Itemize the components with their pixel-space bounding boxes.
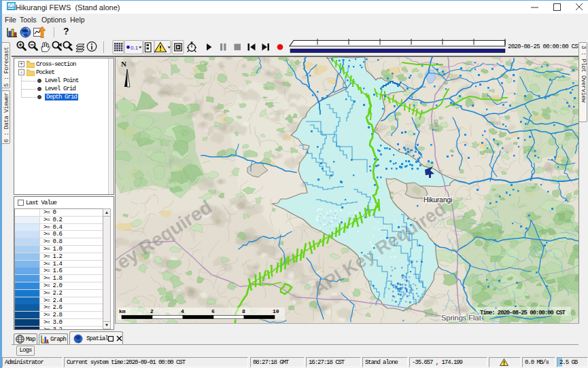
svg-text:Hikurangi: Hikurangi xyxy=(423,196,452,204)
svg-text:6: 6 xyxy=(211,308,215,314)
svg-text:km: km xyxy=(119,308,126,314)
svg-text:0.1: 0.1 xyxy=(131,45,139,51)
svg-text:8: 8 xyxy=(242,308,245,314)
svg-text:4: 4 xyxy=(181,308,184,314)
svg-text:10: 10 xyxy=(273,308,279,314)
svg-text:2: 2 xyxy=(150,308,154,314)
svg-text:N: N xyxy=(121,60,126,68)
svg-text:Springs Flat: Springs Flat xyxy=(441,314,481,322)
svg-text:Time: 2020-08-25 00:00:00 CST: Time: 2020-08-25 00:00:00 CST xyxy=(480,310,566,316)
